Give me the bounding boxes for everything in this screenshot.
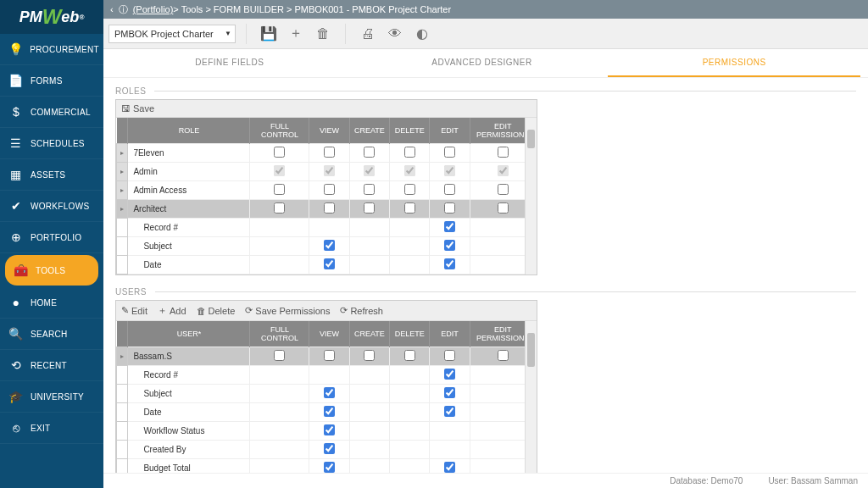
sidebar-item-workflows[interactable]: ✔WORKFLOWS — [0, 191, 103, 222]
permission-checkbox[interactable] — [498, 350, 509, 361]
permission-checkbox[interactable] — [324, 387, 335, 398]
table-row[interactable]: Date — [117, 256, 537, 274]
table-row[interactable]: Record # — [117, 219, 537, 237]
print-button[interactable]: 🖨 — [356, 22, 380, 46]
table-row[interactable]: ▸Admin Access — [117, 181, 537, 200]
column-header[interactable]: EDIT — [430, 321, 470, 347]
row-handle[interactable]: ▸ — [117, 163, 128, 181]
sidebar-item-home[interactable]: ●HOME — [0, 287, 103, 319]
permission-checkbox[interactable] — [444, 240, 455, 251]
table-row[interactable]: Date — [117, 403, 537, 422]
column-header[interactable]: EDIT — [430, 118, 470, 144]
sidebar-item-tools[interactable]: 🧰TOOLS — [5, 255, 98, 286]
table-row[interactable]: ▸7Eleven — [117, 144, 537, 163]
permission-checkbox[interactable] — [324, 147, 335, 158]
sidebar-item-assets[interactable]: ▦ASSETS — [0, 159, 103, 191]
tab-define-fields[interactable]: DEFINE FIELDS — [103, 49, 356, 77]
row-handle[interactable] — [117, 237, 128, 256]
permission-checkbox[interactable] — [498, 184, 509, 195]
users-scrollbar[interactable] — [525, 321, 537, 478]
permission-checkbox[interactable] — [444, 165, 455, 176]
column-header[interactable]: DELETE — [390, 321, 430, 347]
column-header[interactable]: CREATE — [349, 321, 389, 347]
permission-checkbox[interactable] — [274, 202, 285, 214]
preview-button[interactable]: 👁 — [383, 22, 407, 46]
table-row[interactable]: ▸Admin — [117, 163, 537, 181]
save-button[interactable]: 💾 — [257, 22, 281, 46]
row-handle[interactable]: ▸ — [117, 200, 128, 219]
permission-checkbox[interactable] — [324, 350, 335, 361]
permission-checkbox[interactable] — [364, 350, 375, 361]
permission-checkbox[interactable] — [324, 240, 335, 251]
permission-checkbox[interactable] — [444, 369, 455, 380]
table-row[interactable]: ▸Architect — [117, 200, 537, 219]
column-header[interactable]: VIEW — [309, 118, 349, 144]
sidebar-item-search[interactable]: 🔍SEARCH — [0, 319, 103, 350]
permission-checkbox[interactable] — [324, 406, 335, 417]
users-delete-button[interactable]: 🗑 Delete — [197, 306, 236, 316]
info-icon[interactable]: ⓘ — [119, 3, 128, 16]
column-header[interactable]: CREATE — [349, 118, 389, 144]
permission-checkbox[interactable] — [324, 258, 335, 269]
sidebar-item-recent[interactable]: ⟲RECENT — [0, 350, 103, 381]
sidebar-item-university[interactable]: 🎓UNIVERSITY — [0, 381, 103, 413]
permission-checkbox[interactable] — [364, 147, 375, 158]
permission-checkbox[interactable] — [444, 184, 455, 195]
column-header[interactable]: FULL CONTROL — [250, 118, 309, 144]
table-row[interactable]: Subject — [117, 385, 537, 403]
permission-checkbox[interactable] — [324, 165, 335, 176]
permission-checkbox[interactable] — [324, 443, 335, 454]
permission-checkbox[interactable] — [274, 184, 285, 195]
record-dropdown[interactable]: PMBOK Project Charter ▼ — [108, 25, 236, 43]
row-handle[interactable] — [117, 385, 128, 403]
roles-save-button[interactable]: 🖫 Save — [121, 103, 154, 114]
row-handle[interactable] — [117, 422, 128, 441]
row-handle[interactable]: ▸ — [117, 181, 128, 200]
row-handle[interactable] — [117, 256, 128, 274]
users-refresh-button[interactable]: ⟳ Refresh — [340, 305, 383, 316]
permission-checkbox[interactable] — [444, 387, 455, 398]
permission-checkbox[interactable] — [324, 184, 335, 195]
row-handle[interactable] — [117, 441, 128, 459]
permission-checkbox[interactable] — [274, 350, 285, 361]
table-row[interactable]: ▸Bassam.S — [117, 347, 537, 366]
permission-checkbox[interactable] — [324, 462, 335, 473]
permission-checkbox[interactable] — [444, 258, 455, 269]
scrollbar-thumb[interactable] — [527, 333, 535, 367]
column-header[interactable]: ROLE — [128, 118, 250, 144]
roles-scrollbar[interactable] — [525, 118, 537, 274]
permission-checkbox[interactable] — [364, 202, 375, 214]
permission-checkbox[interactable] — [498, 202, 509, 214]
permission-checkbox[interactable] — [444, 147, 455, 158]
sidebar-item-schedules[interactable]: ☰SCHEDULES — [0, 128, 103, 159]
table-row[interactable]: Subject — [117, 237, 537, 256]
permission-checkbox[interactable] — [274, 165, 285, 176]
row-handle[interactable] — [117, 219, 128, 237]
permission-checkbox[interactable] — [444, 202, 455, 214]
permission-checkbox[interactable] — [498, 147, 509, 158]
table-row[interactable]: Created By — [117, 441, 537, 459]
permission-checkbox[interactable] — [324, 424, 335, 435]
scrollbar-thumb[interactable] — [527, 130, 535, 148]
permission-checkbox[interactable] — [324, 202, 335, 214]
row-handle[interactable]: ▸ — [117, 347, 128, 366]
table-row[interactable]: Workflow Status — [117, 422, 537, 441]
tab-permissions[interactable]: PERMISSIONS — [608, 49, 860, 77]
permission-checkbox[interactable] — [404, 165, 415, 176]
permission-checkbox[interactable] — [444, 406, 455, 417]
toggle-button[interactable]: ◐ — [410, 22, 434, 46]
permission-checkbox[interactable] — [404, 202, 415, 214]
sidebar-item-procurement[interactable]: 💡PROCUREMENT — [0, 34, 103, 65]
permission-checkbox[interactable] — [444, 221, 455, 232]
users-add-button[interactable]: ＋ Add — [158, 304, 186, 317]
delete-button[interactable]: 🗑 — [311, 22, 335, 46]
permission-checkbox[interactable] — [498, 165, 509, 176]
users-save-button[interactable]: ⟳ Save Permissions — [245, 305, 330, 316]
column-header[interactable]: FULL CONTROL — [250, 321, 309, 347]
column-header[interactable] — [117, 321, 128, 347]
column-header[interactable]: USER* — [128, 321, 250, 347]
row-handle[interactable]: ▸ — [117, 144, 128, 163]
permission-checkbox[interactable] — [364, 184, 375, 195]
column-header[interactable]: DELETE — [390, 118, 430, 144]
permission-checkbox[interactable] — [364, 165, 375, 176]
